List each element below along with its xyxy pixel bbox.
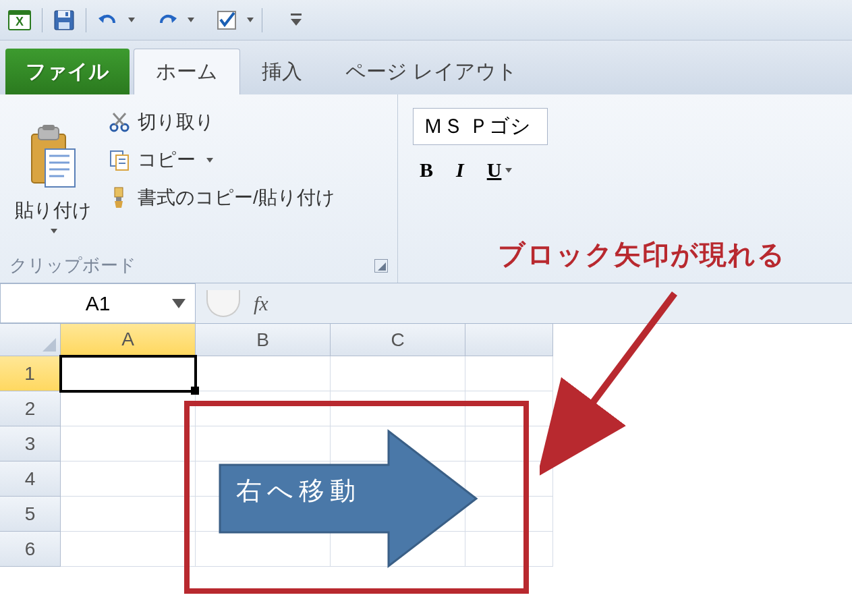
separator: [86, 8, 86, 32]
col-header-a[interactable]: A: [61, 324, 196, 356]
svg-rect-5: [59, 22, 69, 29]
underline-dropdown-icon[interactable]: [505, 168, 512, 173]
redo-dropdown-icon[interactable]: [188, 18, 194, 22]
format-painter-label: 書式のコピー/貼り付け: [138, 185, 335, 211]
svg-rect-28: [115, 188, 123, 197]
scissors-icon: [108, 111, 131, 134]
svg-marker-7: [98, 15, 105, 23]
cell[interactable]: [196, 391, 331, 426]
svg-text:X: X: [16, 15, 24, 28]
svg-marker-8: [171, 15, 177, 23]
undo-dropdown-icon[interactable]: [128, 18, 135, 22]
checkbox-icon[interactable]: [213, 7, 240, 34]
fx-button[interactable]: fx: [254, 292, 268, 315]
tab-file[interactable]: ファイル: [5, 49, 130, 94]
save-button[interactable]: [51, 7, 78, 34]
cell[interactable]: [331, 497, 465, 532]
quick-access-toolbar: X: [0, 0, 852, 40]
row-header-3[interactable]: 3: [0, 426, 61, 461]
redo-button[interactable]: [154, 7, 181, 34]
underline-button[interactable]: U: [487, 159, 513, 181]
customize-qat-icon[interactable]: [283, 7, 310, 34]
spreadsheet-grid: A B C 1 2 3 4 5 6: [0, 324, 852, 594]
col-header-b[interactable]: B: [196, 324, 331, 356]
clipboard-group: 貼り付け 切り取り: [0, 94, 398, 283]
copy-button[interactable]: コピー: [104, 146, 339, 174]
cell[interactable]: [61, 497, 196, 532]
separator: [42, 8, 42, 32]
clipboard-dialog-launcher[interactable]: [374, 259, 388, 273]
svg-line-23: [113, 113, 123, 125]
cell[interactable]: [61, 426, 196, 461]
cell[interactable]: [465, 532, 553, 567]
cut-label: 切り取り: [138, 109, 215, 135]
cut-button[interactable]: 切り取り: [104, 108, 339, 136]
copy-dropdown-icon[interactable]: [206, 158, 213, 163]
cell[interactable]: [196, 461, 331, 497]
tab-home[interactable]: ホーム: [134, 49, 240, 94]
annotation-caption: ブロック矢印が現れる: [498, 236, 786, 273]
copy-label: コピー: [138, 147, 196, 173]
cell[interactable]: [465, 461, 553, 497]
select-all-corner[interactable]: [0, 324, 61, 356]
cell[interactable]: [196, 532, 331, 567]
format-painter-button[interactable]: 書式のコピー/貼り付け: [104, 184, 339, 212]
cell[interactable]: [331, 426, 465, 461]
row-header-6[interactable]: 6: [0, 532, 61, 567]
dropdown-icon[interactable]: [247, 18, 254, 22]
paste-dropdown-icon[interactable]: [51, 229, 57, 233]
excel-logo-icon: X: [5, 6, 34, 34]
svg-rect-10: [291, 13, 302, 16]
tab-page-layout[interactable]: ページ レイアウト: [324, 49, 539, 94]
font-name-select[interactable]: ＭＳ Ｐゴシ: [413, 108, 548, 145]
svg-rect-4: [58, 11, 70, 18]
formula-bar: A1 fx: [0, 283, 852, 324]
row-header-4[interactable]: 4: [0, 461, 61, 497]
paste-label: 貼り付け: [15, 198, 92, 223]
separator: [262, 8, 262, 32]
name-box[interactable]: A1: [0, 283, 196, 323]
svg-rect-29: [116, 197, 121, 201]
cell[interactable]: [465, 426, 553, 461]
row-header-2[interactable]: 2: [0, 391, 61, 426]
cell[interactable]: [331, 391, 465, 426]
col-header-c[interactable]: C: [331, 324, 465, 356]
col-header[interactable]: [465, 324, 553, 356]
namebox-dropdown-icon[interactable]: [172, 299, 186, 308]
cell[interactable]: [465, 497, 553, 532]
svg-rect-14: [42, 125, 55, 130]
brush-icon: [108, 186, 131, 209]
cell[interactable]: [61, 461, 196, 497]
cell[interactable]: [331, 356, 465, 391]
svg-line-22: [115, 113, 125, 125]
cell[interactable]: [331, 532, 465, 567]
svg-rect-6: [65, 12, 68, 16]
bold-button[interactable]: B: [420, 159, 433, 181]
tab-insert[interactable]: 挿入: [240, 49, 324, 94]
clipboard-group-label: クリップボード: [9, 254, 136, 277]
undo-button[interactable]: [94, 7, 121, 34]
cell[interactable]: [61, 391, 196, 426]
italic-button[interactable]: I: [456, 159, 464, 181]
copy-icon: [108, 148, 131, 171]
name-box-value: A1: [86, 292, 111, 315]
svg-rect-15: [45, 149, 75, 187]
svg-marker-11: [291, 19, 302, 26]
cell-a1[interactable]: [61, 356, 196, 391]
ribbon-tabs: ファイル ホーム 挿入 ページ レイアウト: [0, 40, 852, 94]
cell[interactable]: [196, 426, 331, 461]
cell[interactable]: [196, 497, 331, 532]
cell[interactable]: [465, 356, 553, 391]
cell[interactable]: [61, 532, 196, 567]
row-header-5[interactable]: 5: [0, 497, 61, 532]
formula-paren-icon: [206, 290, 240, 317]
cell[interactable]: [331, 461, 465, 497]
row-header-1[interactable]: 1: [0, 356, 61, 391]
cell[interactable]: [465, 391, 553, 426]
paste-button[interactable]: 貼り付け: [9, 101, 97, 251]
cell[interactable]: [196, 356, 331, 391]
